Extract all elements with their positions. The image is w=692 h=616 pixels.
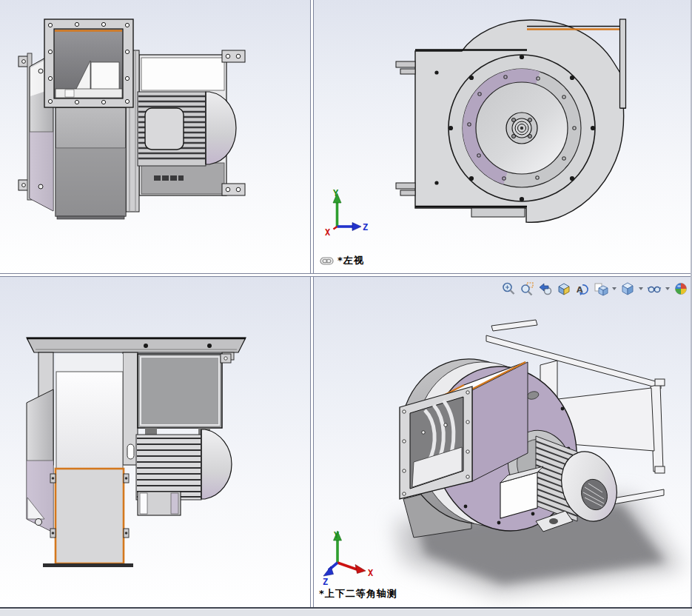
- view-name-text: *左视: [337, 254, 364, 267]
- axis-y-label: Y: [334, 530, 340, 540]
- orientation-triad: Y Z X: [324, 187, 377, 240]
- viewport-horizontal-splitter[interactable]: [0, 273, 692, 277]
- zoom-to-fit-icon[interactable]: [500, 281, 517, 297]
- viewport-top-view[interactable]: [0, 277, 310, 607]
- viewport-vertical-splitter[interactable]: [310, 0, 314, 607]
- viewport-front-view[interactable]: [0, 0, 310, 273]
- previous-view-icon[interactable]: [537, 281, 554, 297]
- display-style-icon[interactable]: [619, 281, 636, 297]
- front-view-drawing: [0, 0, 310, 273]
- status-bar-strip: [0, 609, 692, 616]
- orientation-triad: Y X Z: [323, 529, 385, 588]
- section-view-icon[interactable]: [556, 281, 572, 297]
- top-view-drawing: [0, 277, 310, 607]
- axis-x-label: X: [368, 568, 374, 578]
- apply-scene-icon[interactable]: [673, 281, 689, 297]
- hide-show-items-dropdown[interactable]: [665, 287, 670, 290]
- cad-multi-viewport: Y Z X *左视: [0, 0, 692, 616]
- rotate-view-icon[interactable]: A: [574, 281, 591, 297]
- view-orientation-icon[interactable]: [593, 281, 609, 297]
- view-name-label: *上下二等角轴测: [319, 587, 397, 600]
- axis-y-label: Y: [333, 188, 339, 198]
- axis-x-label: X: [325, 227, 331, 238]
- view-orientation-dropdown[interactable]: [612, 287, 617, 290]
- view-name-label: *左视: [320, 254, 364, 267]
- heads-up-view-toolbar: A: [499, 279, 691, 298]
- hide-show-items-icon[interactable]: [646, 281, 662, 297]
- zoom-to-area-icon[interactable]: [519, 281, 535, 297]
- linked-view-icon: [320, 257, 334, 265]
- display-style-dropdown[interactable]: [639, 287, 643, 290]
- view-name-text: *上下二等角轴测: [319, 587, 397, 600]
- axis-z-label: Z: [363, 222, 368, 232]
- axis-z-label: Z: [323, 577, 328, 587]
- viewport-isometric-view[interactable]: A Y X: [314, 277, 692, 607]
- viewport-left-view[interactable]: Y Z X *左视: [314, 0, 692, 273]
